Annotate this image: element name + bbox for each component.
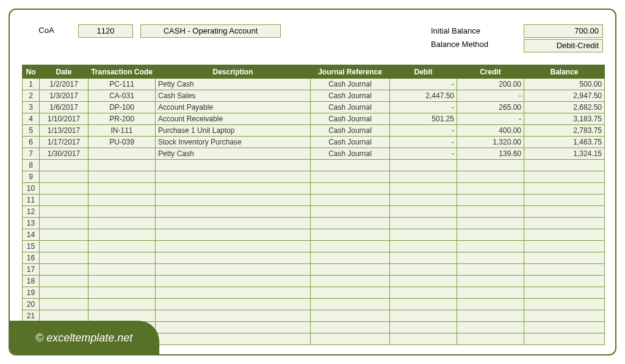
cell[interactable] [156,322,311,334]
cell[interactable]: Stock Inventory Purchase [156,137,311,148]
cell[interactable]: 8 [23,160,40,171]
cell[interactable]: Petty Cash [156,148,311,160]
cell[interactable] [156,299,311,310]
cell[interactable] [524,241,605,252]
cell[interactable] [524,264,605,276]
cell[interactable]: Petty Cash [156,79,311,90]
cell[interactable]: 1/13/2017 [40,125,89,137]
cell[interactable]: 1/10/2017 [40,113,89,125]
table-row[interactable]: 11/2/2017PC-111Petty CashCash Journal-20… [23,79,605,90]
cell[interactable] [390,206,457,218]
cell[interactable]: 400.00 [457,125,524,137]
table-row[interactable]: 15 [23,241,605,252]
cell[interactable] [40,276,89,287]
cell[interactable]: Cash Journal [311,125,390,137]
cell[interactable] [40,252,89,264]
cell[interactable] [311,276,390,287]
cell[interactable]: 1/30/2017 [40,148,89,160]
cell[interactable]: 2,947.50 [524,90,605,102]
cell[interactable] [457,287,524,299]
cell[interactable] [311,310,390,322]
cell[interactable] [89,299,156,310]
balance-method-input[interactable]: Debit-Credit [524,39,603,52]
cell[interactable]: PR-200 [89,113,156,125]
cell[interactable] [457,310,524,322]
cell[interactable]: 20 [23,299,40,310]
cell[interactable]: 12 [23,206,40,218]
table-row[interactable]: 31/6/2017DP-100Account PayableCash Journ… [23,102,605,113]
cell[interactable] [89,276,156,287]
cell[interactable]: 18 [23,276,40,287]
table-row[interactable]: 21 [23,310,605,322]
cell[interactable]: 2,447.50 [390,90,457,102]
cell[interactable] [89,287,156,299]
cell[interactable] [311,206,390,218]
cell[interactable] [89,252,156,264]
cell[interactable]: 139.60 [457,148,524,160]
cell[interactable]: PC-111 [89,79,156,90]
cell[interactable]: IN-111 [89,125,156,137]
cell[interactable] [524,299,605,310]
cell[interactable]: 200.00 [457,79,524,90]
cell[interactable] [89,241,156,252]
coa-code-input[interactable]: 1120 [78,24,133,38]
cell[interactable] [89,171,156,183]
cell[interactable] [524,171,605,183]
table-row[interactable]: 19 [23,287,605,299]
cell[interactable] [524,276,605,287]
cell[interactable]: 5 [23,125,40,137]
cell[interactable]: 500.00 [524,79,605,90]
cell[interactable] [40,183,89,194]
cell[interactable]: 1/17/2017 [40,137,89,148]
cell[interactable]: - [457,90,524,102]
cell[interactable]: PU-039 [89,137,156,148]
cell[interactable] [390,218,457,229]
table-row[interactable]: 20 [23,299,605,310]
cell[interactable] [311,160,390,171]
cell[interactable] [40,287,89,299]
cell[interactable]: 1,324.15 [524,148,605,160]
cell[interactable] [156,171,311,183]
cell[interactable] [40,194,89,206]
cell[interactable] [524,252,605,264]
cell[interactable]: Cash Journal [311,102,390,113]
cell[interactable] [457,334,524,345]
cell[interactable] [524,218,605,229]
cell[interactable] [457,229,524,241]
cell[interactable]: 17 [23,264,40,276]
cell[interactable]: 2,682.50 [524,102,605,113]
cell[interactable] [524,287,605,299]
cell[interactable] [40,218,89,229]
cell[interactable] [40,264,89,276]
cell[interactable]: Cash Journal [311,90,390,102]
cell[interactable] [40,241,89,252]
cell[interactable] [457,241,524,252]
table-row[interactable]: 12 [23,206,605,218]
cell[interactable] [311,264,390,276]
cell[interactable]: - [390,137,457,148]
cell[interactable] [524,334,605,345]
cell[interactable] [156,183,311,194]
cell[interactable]: - [390,125,457,137]
table-row[interactable]: 18 [23,276,605,287]
cell[interactable]: 6 [23,137,40,148]
cell[interactable] [390,252,457,264]
cell[interactable] [390,299,457,310]
cell[interactable]: 14 [23,229,40,241]
table-row[interactable]: 21/3/2017CA-031Cash SalesCash Journal2,4… [23,90,605,102]
cell[interactable] [89,229,156,241]
cell[interactable] [156,287,311,299]
cell[interactable] [457,299,524,310]
cell[interactable] [311,334,390,345]
cell[interactable] [390,229,457,241]
cell[interactable] [311,322,390,334]
initial-balance-input[interactable]: 700.00 [524,24,603,38]
cell[interactable]: 1,463.75 [524,137,605,148]
cell[interactable] [156,310,311,322]
cell[interactable] [311,252,390,264]
cell[interactable] [311,194,390,206]
cell[interactable] [390,194,457,206]
cell[interactable] [524,229,605,241]
cell[interactable] [40,229,89,241]
cell[interactable]: 1 [23,79,40,90]
